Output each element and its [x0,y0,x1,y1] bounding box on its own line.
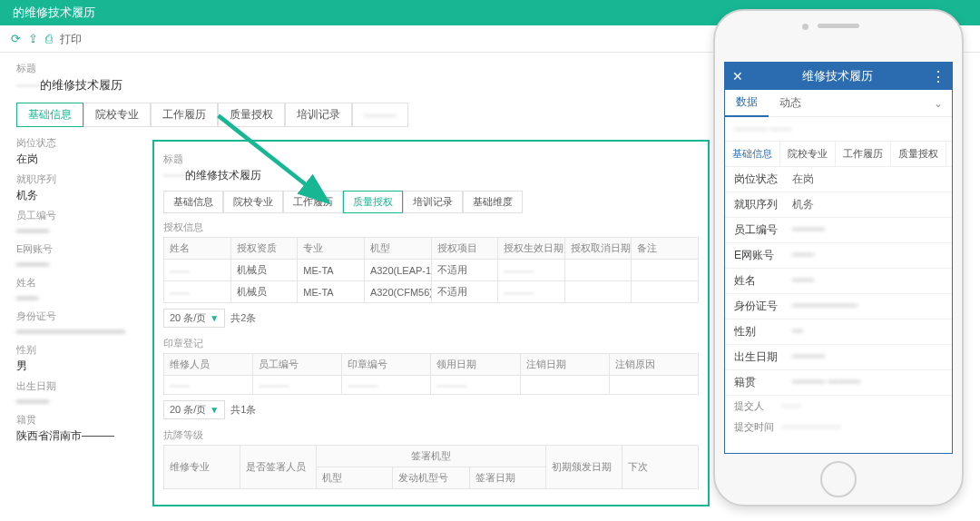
tab-base-dim[interactable]: 基础维度 [463,191,523,213]
chevron-down-icon: ▼ [210,313,219,323]
th-major: 专业 [298,238,365,260]
phone-tab-data[interactable]: 数据 [725,90,769,117]
list-item[interactable]: 性别— [725,319,952,345]
more-icon[interactable]: ⋮ [931,68,945,85]
phone-footer: 提交人—— 提交时间—————— [725,396,952,437]
tab-extra[interactable]: ——— [352,103,408,127]
phone-title: 维修技术履历 [802,68,873,84]
footer-label: 提交时间 [734,420,781,434]
auth-table: 姓名 授权资质 专业 机型 授权项目 授权生效日期 授权取消日期 备注 —— 机… [163,237,699,303]
phone-subtabs: 基础信息 院校专业 工作履历 质量授权 培 [725,142,952,167]
footer-label: 提交人 [734,399,781,413]
footer-value: —————— [781,420,841,434]
th: 签署机型 [317,446,545,467]
th: 注销日期 [520,354,609,376]
auth-pager: 20 条/页 ▼ 共2条 [163,309,699,328]
tab-basic[interactable]: 基础信息 [163,191,223,213]
th-name: 姓名 [164,238,231,260]
page-size-select[interactable]: 20 条/页 ▼ [163,309,225,328]
footer-value: —— [781,399,801,413]
list-item[interactable]: 就职序列机务 [725,192,952,218]
close-icon[interactable]: ✕ [732,69,743,84]
section-label: 标题 [7,58,695,75]
subtab-school[interactable]: 院校专业 [780,142,836,166]
subtab-quality[interactable]: 质量授权 [891,142,946,166]
table-row[interactable]: —— 机械员 ME-TA A320(CFM56) 不适用 ——— [164,281,699,303]
pager-total: 共1条 [230,403,256,417]
chevron-down-icon[interactable]: ⌄ [925,97,952,110]
list-item[interactable]: E网账号—— [725,243,952,269]
th-remark: 备注 [632,238,699,260]
tab-training[interactable]: 培训记录 [285,103,352,127]
list-item[interactable]: 岗位状态在岗 [725,167,952,192]
th-model: 机型 [364,238,431,260]
print-label[interactable]: 打印 [60,25,82,53]
th: 维修专业 [164,446,240,489]
th-cancel: 授权取消日期 [564,238,632,260]
tab-basic[interactable]: 基础信息 [16,103,83,127]
list-item[interactable]: 员工编号——— [725,218,952,243]
stamp-table: 维修人员 员工编号 印章编号 领用日期 注销日期 注销原因 —— ——— ———… [163,353,699,395]
list-item[interactable]: 籍贯——— ——— [725,370,952,396]
th-eff: 授权生效日期 [498,238,565,260]
subtab-work[interactable]: 工作履历 [836,142,891,166]
share-icon[interactable]: ⇪ [28,25,38,53]
phone-tab-dynamic[interactable]: 动态 [769,90,812,117]
tab-training[interactable]: 培训记录 [403,191,463,213]
th: 是否签署人员 [240,446,317,489]
pager-total: 共2条 [230,311,256,325]
list-item[interactable]: 出生日期——— [725,345,952,370]
th-qual: 授权资质 [230,238,298,260]
th: 维修人员 [164,354,253,376]
tab-quality[interactable]: 质量授权 [218,103,285,127]
tab-school[interactable]: 院校专业 [83,103,151,127]
th-item: 授权项目 [431,238,498,260]
window-title: 的维修技术履历 [13,5,95,19]
th: 印章编号 [342,354,431,376]
tab-work[interactable]: 工作履历 [151,103,218,127]
anti-table: 维修专业 是否签署人员 签署机型 初期颁发日期 下次 机型 发动机型号 签署日期 [163,445,699,489]
phone-screen: ✕ 维修技术履历 ⋮ 数据 动态 ⌄ ——— —— 基础信息 院校专业 工作履历… [724,62,953,454]
subtab-training[interactable]: 培 [946,142,953,166]
phone-info-list: 岗位状态在岗 就职序列机务 员工编号——— E网账号—— 姓名—— 身份证号——… [725,167,952,396]
chevron-down-icon: ▼ [210,405,219,415]
overlay-panel: 标题 ——的维修技术履历 基础信息 院校专业 工作履历 质量授权 培训记录 基础… [152,140,710,506]
th: 领用日期 [431,354,520,376]
table-row[interactable]: —— 机械员 ME-TA A320(LEAP-1A) 不适用 ——— [164,260,699,281]
stamp-block-label: 印章登记 [163,337,699,350]
auth-block-label: 授权信息 [163,221,699,234]
overlay-tabset: 基础信息 院校专业 工作履历 质量授权 培训记录 基础维度 [163,191,699,213]
camera-dot [802,24,808,30]
table-row[interactable]: —— ——— ——— ——— [164,376,699,395]
list-item[interactable]: 姓名—— [725,269,952,294]
tab-school[interactable]: 院校专业 [223,191,283,213]
speaker-slot [818,24,859,28]
th: 发动机型号 [393,467,469,489]
th: 机型 [317,467,393,489]
th: 下次 [622,446,698,489]
phone-tabs: 数据 动态 ⌄ [725,90,952,117]
tab-work[interactable]: 工作履历 [283,191,343,213]
phone-mockup: ✕ 维修技术履历 ⋮ 数据 动态 ⌄ ——— —— 基础信息 院校专业 工作履历… [713,9,964,506]
tabset: 基础信息 院校专业 工作履历 质量授权 培训记录 ——— [7,103,695,136]
subtab-basic[interactable]: 基础信息 [725,142,780,166]
tab-quality[interactable]: 质量授权 [343,191,403,213]
stamp-pager: 20 条/页 ▼ 共1条 [163,400,699,419]
phone-header: ✕ 维修技术履历 ⋮ [725,63,952,90]
phone-name-line: ——— —— [725,117,952,142]
print-icon[interactable]: ⎙ [45,25,53,53]
th: 员工编号 [253,354,342,376]
refresh-icon[interactable]: ⟳ [11,25,21,53]
page-title: ——的维修技术履历 [163,168,699,183]
th: 初期颁发日期 [545,446,622,489]
home-button[interactable] [820,461,857,497]
th: 签署日期 [469,467,545,489]
page-title: ——的维修技术履历 [7,75,695,103]
th: 注销原因 [609,354,698,376]
list-item[interactable]: 身份证号—————— [725,294,952,319]
section-label: 标题 [163,152,699,166]
page-size-select[interactable]: 20 条/页 ▼ [163,400,225,419]
anti-block-label: 抗降等级 [163,428,699,442]
